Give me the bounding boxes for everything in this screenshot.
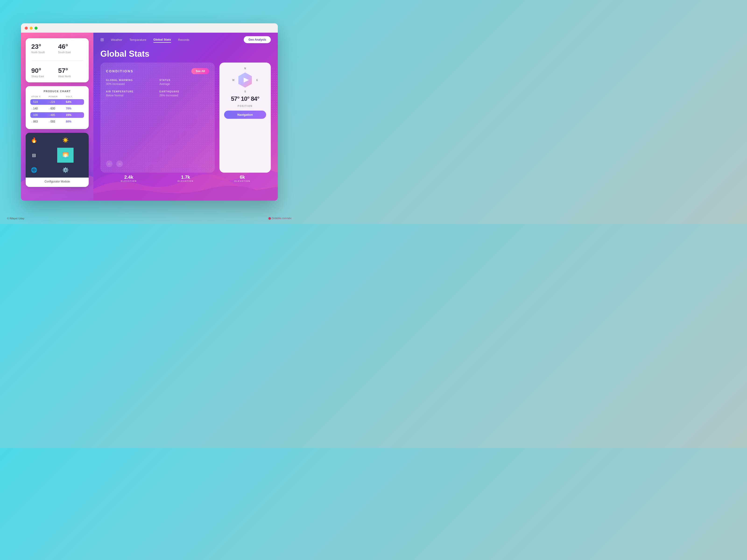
- left-panel: 23° North South 46° South East 90° Sharp…: [21, 33, 93, 201]
- conditions-grid: GLOBAL WARMING 30% Increased STATUS Aver…: [106, 79, 209, 97]
- config-globe-btn[interactable]: 🌐: [26, 163, 42, 178]
- atom-val-3: 100: [33, 113, 38, 117]
- label-4: West North: [58, 75, 83, 78]
- config-gear-btn[interactable]: ⚙️: [57, 163, 74, 178]
- titlebar: [21, 23, 278, 33]
- produce-row-3: ↓ 100 ↑ 485 15%: [30, 112, 84, 118]
- condition-air-temp: AIR TEMPERATURE Below Normal: [106, 90, 156, 97]
- arrow-up-icon: ↑: [49, 101, 50, 103]
- navbar: ⊞ Weather Temparature Global Stats Recor…: [93, 33, 278, 47]
- produce-row-4: ↓ 863 ↓ 093 80%: [30, 119, 84, 124]
- compass-container: N S E W: [232, 67, 258, 93]
- condition-val-2: Average: [159, 82, 209, 86]
- condition-status: STATUS Average: [159, 79, 209, 86]
- position-label: POSITION: [238, 105, 253, 107]
- left-panel-content: 23° North South 46° South East 90° Sharp…: [21, 33, 93, 201]
- produce-row-2: ↓ 140 ↓ 600 70%: [30, 106, 84, 111]
- position-coords: 57° 10° 84°: [231, 95, 259, 102]
- arrow-down-icon-5: ↓: [31, 121, 32, 123]
- condition-name-3: AIR TEMPERATURE: [106, 90, 156, 93]
- atom-cell-1: ↓ 519: [31, 100, 49, 104]
- nav-global-stats[interactable]: Global Stats: [153, 37, 171, 43]
- arrow-down-icon: ↓: [31, 101, 32, 103]
- volt-cell-4: 80%: [66, 120, 83, 123]
- condition-val-1: 30% Increased: [106, 82, 156, 86]
- volt-cell-1: 64%: [66, 100, 83, 104]
- config-bars-btn[interactable]: ▤: [26, 148, 42, 163]
- elevation-lbl-1: ELEVATION: [121, 180, 137, 182]
- volt-cell-3: 15%: [66, 113, 83, 117]
- navigation-button[interactable]: Navigation: [224, 111, 266, 119]
- page-title: Global Stats: [93, 47, 278, 62]
- power-val-4: 093: [50, 120, 55, 123]
- elevation-val-1: 2.4k: [121, 175, 137, 180]
- config-sunset-btn[interactable]: 🌅: [57, 148, 74, 163]
- app-window: 23° North South 46° South East 90° Sharp…: [21, 23, 278, 201]
- header-volt: VOLT.: [66, 96, 83, 98]
- atom-val-4: 863: [33, 120, 38, 123]
- power-val-2: 600: [50, 107, 55, 110]
- conditions-nav: ← →: [106, 157, 209, 167]
- arrow-up-icon-2: ↑: [49, 114, 50, 116]
- header-atom: ATOM F.: [31, 96, 49, 98]
- temp-3: 90°: [31, 67, 56, 75]
- elevation-labels: 2.4k ELEVATION 1.7k ELEVATION 6k ELEVATI…: [93, 173, 278, 182]
- label-2: South East: [58, 51, 83, 54]
- window-body: 23° North South 46° South East 90° Sharp…: [21, 33, 278, 201]
- nav-records[interactable]: Records: [178, 37, 189, 43]
- close-dot[interactable]: [25, 27, 28, 30]
- minimize-dot[interactable]: [30, 27, 33, 30]
- grid-icon[interactable]: ⊞: [100, 37, 104, 42]
- maximize-dot[interactable]: [34, 27, 37, 30]
- geo-analysis-button[interactable]: Geo Analysis: [244, 36, 271, 43]
- config-fire-btn[interactable]: 🔥: [26, 133, 42, 148]
- elevation-lbl-2: ELEVATION: [178, 180, 194, 182]
- power-val-3: 485: [50, 113, 55, 117]
- hex-svg: [237, 72, 254, 88]
- arrow-down-icon-3: ↓: [49, 107, 50, 110]
- elevation-item-2: 1.7k ELEVATION: [178, 175, 194, 182]
- prev-arrow[interactable]: ←: [106, 161, 112, 167]
- arrow-down-icon-6: ↓: [49, 121, 50, 123]
- condition-name-1: GLOBAL WARMING: [106, 79, 156, 81]
- nav-temperature[interactable]: Temparature: [129, 37, 146, 43]
- temp-4: 57°: [58, 67, 83, 75]
- weather-grid: 23° North South 46° South East 90° Sharp…: [31, 43, 83, 78]
- power-cell-3: ↑ 485: [49, 113, 66, 117]
- produce-title: PRODUCE CHART: [30, 90, 84, 92]
- label-3: Sharp East: [31, 75, 56, 78]
- condition-val-3: Below Normal: [106, 94, 156, 97]
- produce-card: PRODUCE CHART ATOM F. POWER VOLT. ↓ 519: [26, 86, 89, 129]
- power-cell-4: ↓ 093: [49, 120, 66, 123]
- divider: [31, 60, 83, 60]
- volt-cell-2: 70%: [66, 107, 83, 110]
- conditions-title: CONDITIONS: [106, 69, 133, 73]
- weather-card: 23° North South 46° South East 90° Sharp…: [26, 38, 89, 82]
- config-sun-btn[interactable]: ☀️: [57, 133, 74, 148]
- configurator-label: Configurator Module: [26, 178, 89, 183]
- produce-row-1: ↓ 519 ↑ 224 64%: [30, 99, 84, 105]
- see-all-button[interactable]: See All: [191, 68, 209, 74]
- weather-item-3: 90° Sharp East: [31, 67, 56, 78]
- next-arrow[interactable]: →: [116, 161, 123, 167]
- produce-table: ATOM F. POWER VOLT. ↓ 519 ↑: [30, 96, 84, 124]
- condition-name-4: EARTHQUAKE: [159, 90, 209, 93]
- arrow-down-icon-4: ↓: [31, 114, 32, 116]
- power-cell-2: ↓ 600: [49, 107, 66, 110]
- footer-dribbble: ⬤ Dribbble.com/abc: [268, 217, 292, 220]
- hexagon-compass: [237, 72, 254, 88]
- weather-item-4: 57° West North: [58, 67, 83, 78]
- produce-header: ATOM F. POWER VOLT.: [30, 96, 84, 99]
- header-power: POWER: [49, 96, 66, 98]
- elevation-val-2: 1.7k: [178, 175, 194, 180]
- compass-s-label: S: [244, 90, 246, 93]
- weather-item-1: 23° North South: [31, 43, 56, 54]
- nav-weather[interactable]: Weather: [111, 37, 122, 43]
- elevation-item-3: 6k ELEVATION: [234, 175, 250, 182]
- main-content: CONDITIONS See All GLOBAL WARMING 30% In…: [93, 62, 278, 173]
- condition-val-4: 26% Increased: [159, 94, 209, 97]
- condition-earthquake: EARTHQUAKE 26% Increased: [159, 90, 209, 97]
- elevation-item-1: 2.4k ELEVATION: [121, 175, 137, 182]
- atom-val-1: 519: [33, 100, 38, 104]
- footer-credit: © Rifayet Uday: [7, 217, 24, 220]
